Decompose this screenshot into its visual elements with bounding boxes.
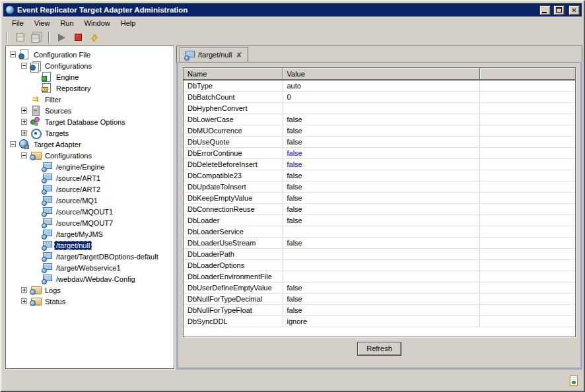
- prop-value[interactable]: false: [283, 304, 479, 315]
- expand-icon[interactable]: [21, 287, 27, 293]
- prop-value[interactable]: false: [283, 147, 479, 158]
- prop-value[interactable]: false: [283, 203, 479, 214]
- prop-value[interactable]: false: [283, 293, 479, 304]
- tree-item-logs[interactable]: Logs: [6, 284, 174, 296]
- tree-item-source-mq1[interactable]: /source/MQ1: [6, 195, 174, 206]
- menu-help[interactable]: Help: [116, 18, 141, 29]
- table-row[interactable]: DbKeepEmptyValuefalse: [184, 192, 575, 203]
- refresh-button-toolbar[interactable]: ⇄: [88, 32, 100, 44]
- prop-value[interactable]: false: [283, 170, 479, 181]
- tree-item-source-art2[interactable]: /source/ART2: [6, 183, 174, 195]
- tree-item-webdav-config[interactable]: /webdav/Webdav-Config: [6, 273, 174, 284]
- table-row[interactable]: DbErrorContinuefalse: [184, 147, 575, 158]
- table-row[interactable]: DbLoaderEnvironmentFile: [184, 271, 575, 282]
- tree-item-target-myjms[interactable]: /target/MyJMS: [6, 228, 174, 240]
- tree-item-target-adapter[interactable]: Target Adapter: [6, 139, 174, 150]
- table-row[interactable]: DbConnectionReusefalse: [184, 203, 575, 214]
- run-button[interactable]: [55, 32, 67, 44]
- table-row[interactable]: DbNullForTypeDecimalfalse: [184, 293, 575, 304]
- prop-value[interactable]: [283, 271, 479, 282]
- maximize-button[interactable]: [553, 5, 565, 15]
- table-row[interactable]: DbNullForTypeFloatfalse: [184, 304, 575, 315]
- tree-item-engine[interactable]: Engine: [6, 71, 174, 82]
- tree-item-engine-engine[interactable]: /engine/Engine: [6, 161, 174, 172]
- table-row[interactable]: DbUpdateToInsertfalse: [184, 181, 575, 192]
- tree-item-target-database-options[interactable]: Target Database Options: [6, 116, 174, 127]
- minimize-button[interactable]: [539, 5, 551, 15]
- prop-value[interactable]: false: [283, 237, 479, 248]
- prop-value[interactable]: auto: [283, 80, 479, 91]
- tree-item-source-mqout7[interactable]: /source/MQOUT7: [6, 217, 174, 228]
- expand-icon[interactable]: [21, 298, 27, 304]
- prop-value[interactable]: [283, 248, 479, 259]
- tree-item-configuration-file[interactable]: Configuration File: [6, 49, 174, 60]
- prop-value[interactable]: 0: [283, 91, 479, 102]
- menu-file[interactable]: File: [7, 18, 29, 29]
- prop-value[interactable]: false: [283, 214, 479, 226]
- table-row[interactable]: DbLoaderPath: [184, 248, 575, 259]
- save-button[interactable]: [14, 32, 26, 44]
- prop-name: DbLoaderEnvironmentFile: [184, 271, 283, 282]
- table-row[interactable]: DbMUOcurrencefalse: [184, 125, 575, 136]
- tree-item-repository[interactable]: Repository: [6, 82, 174, 94]
- collapse-icon[interactable]: [10, 51, 16, 57]
- table-row[interactable]: DbLoaderOptions: [184, 259, 575, 271]
- tree-item-status[interactable]: Status: [6, 296, 174, 307]
- tree-item-source-art1[interactable]: /source/ART1: [6, 172, 174, 183]
- table-row[interactable]: DbBatchCount0: [184, 91, 575, 102]
- table-row[interactable]: DbHyphenConvert: [184, 102, 575, 114]
- prop-value[interactable]: false: [283, 158, 479, 170]
- table-row[interactable]: DbLoaderUseStreamfalse: [184, 237, 575, 248]
- menu-run[interactable]: Run: [55, 18, 79, 29]
- tree-item-target-webservice1[interactable]: /target/Webservice1: [6, 262, 174, 273]
- menu-view[interactable]: View: [29, 18, 55, 29]
- table-row[interactable]: DbDeleteBeforeInsertfalse: [184, 158, 575, 170]
- table-row[interactable]: DbUserDefineEmptyValuefalse: [184, 282, 575, 293]
- refresh-button[interactable]: Refresh: [357, 342, 401, 356]
- tree-item-target-targetdboptions-default[interactable]: /target/TargetDBOptions-default: [6, 251, 174, 262]
- menu-bar: File View Run Window Help: [3, 17, 582, 30]
- prop-value[interactable]: [283, 226, 479, 237]
- prop-value[interactable]: false: [283, 114, 479, 125]
- prop-value[interactable]: false: [283, 181, 479, 192]
- prop-name: DbMUOcurrence: [184, 125, 283, 136]
- prop-value[interactable]: ignore: [283, 315, 479, 327]
- table-row[interactable]: DbSyncDDLignore: [184, 315, 575, 327]
- table-row[interactable]: DbCompatible23false: [184, 170, 575, 181]
- prop-value[interactable]: [283, 259, 479, 271]
- table-row[interactable]: DbLoaderService: [184, 226, 575, 237]
- tab-target-null[interactable]: /target/null ✘: [180, 47, 248, 62]
- prop-value[interactable]: false: [283, 125, 479, 136]
- tree-item-filter[interactable]: ⇉Filter: [6, 94, 174, 105]
- tree-item-configurations[interactable]: Configurations: [6, 60, 174, 71]
- table-row[interactable]: DbTypeauto: [184, 80, 575, 91]
- prop-value[interactable]: false: [283, 136, 479, 147]
- tree-item-targets[interactable]: Targets: [6, 127, 174, 139]
- save-all-button[interactable]: [30, 32, 42, 44]
- collapse-icon[interactable]: [21, 152, 27, 158]
- prop-value[interactable]: [283, 102, 479, 114]
- table-row[interactable]: DbLoaderfalse: [184, 214, 575, 226]
- tree-item-target-null[interactable]: /target/null: [6, 240, 174, 251]
- expand-icon[interactable]: [21, 130, 27, 136]
- tree-item-source-mqout1[interactable]: /source/MQOUT1: [6, 206, 174, 217]
- table-row[interactable]: DbUseQuotefalse: [184, 136, 575, 147]
- tab-close-icon[interactable]: ✘: [235, 51, 242, 59]
- collapse-icon[interactable]: [21, 63, 27, 69]
- repository-icon: [41, 83, 52, 93]
- column-header-value[interactable]: Value: [283, 68, 479, 80]
- expand-icon[interactable]: [21, 108, 27, 114]
- column-header-name[interactable]: Name: [184, 68, 283, 80]
- prop-value[interactable]: false: [283, 282, 479, 293]
- tree-item-sources[interactable]: Sources: [6, 105, 174, 116]
- stop-button[interactable]: [72, 32, 84, 44]
- table-row[interactable]: DbLowerCasefalse: [184, 114, 575, 125]
- menu-window[interactable]: Window: [79, 18, 116, 29]
- column-header-extra[interactable]: [479, 68, 575, 80]
- prop-name: DbLoaderUseStream: [184, 237, 283, 248]
- close-button[interactable]: ✕: [568, 5, 580, 15]
- tree-item-adapter-configurations[interactable]: Configurations: [6, 150, 174, 161]
- prop-value[interactable]: false: [283, 192, 479, 203]
- collapse-icon[interactable]: [10, 141, 16, 147]
- expand-icon[interactable]: [21, 119, 27, 125]
